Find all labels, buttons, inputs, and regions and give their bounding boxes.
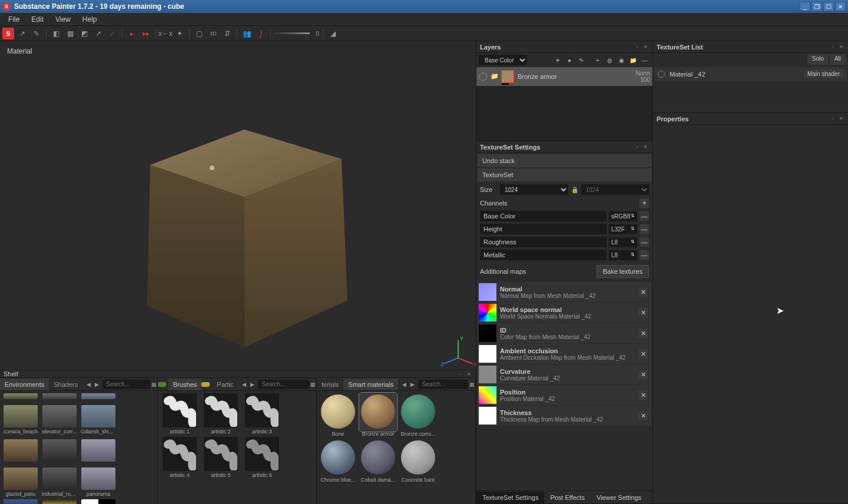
logo-icon[interactable]: S [2, 28, 14, 39]
smart-material-item[interactable]: Concrete bare [399, 439, 437, 483]
folder-icon[interactable]: 📁 [491, 72, 499, 81]
brush-item[interactable]: artistic 3 [243, 393, 281, 435]
environment-item[interactable] [80, 439, 117, 463]
shelf-prev-icon[interactable]: ◀ [240, 380, 247, 389]
solo-button[interactable]: Solo [807, 54, 829, 65]
undo-stack-button[interactable]: Undo stack [478, 154, 651, 167]
lock-icon[interactable]: 🔒 [571, 187, 579, 193]
undock-icon[interactable]: ▫ [829, 115, 836, 122]
remove-map-button[interactable]: ✕ [638, 287, 648, 297]
projection-icon[interactable]: ▦ [64, 28, 76, 39]
smart-material-item[interactable]: Cobalt dama... [359, 439, 397, 483]
shelf-prev-icon[interactable]: ◀ [85, 380, 92, 389]
tab-viewer-settings[interactable]: Viewer Settings [591, 492, 647, 503]
shelf-tab-smartmaterials[interactable]: Smart materials [343, 379, 398, 390]
environment-item[interactable]: industrial_room [41, 467, 78, 497]
tab-textureset-settings[interactable]: TextureSet Settings [476, 492, 544, 503]
restore-button[interactable]: ❐ [811, 2, 822, 11]
menu-view[interactable]: View [49, 14, 77, 25]
environment-item[interactable] [41, 393, 78, 400]
undock-icon[interactable]: ▫ [829, 44, 836, 51]
smart-material-item[interactable]: Bronze armor [359, 393, 397, 437]
channel-format-dropdown[interactable]: L8 ⇅ [609, 237, 637, 247]
map-row[interactable]: ID Color Map from Mesh Material _42 ✕ [478, 323, 651, 343]
smudge-icon[interactable]: ↗ [92, 28, 104, 39]
close-button[interactable]: ✕ [835, 2, 846, 11]
view2d-icon[interactable]: ▢ [193, 28, 205, 39]
menu-file[interactable]: File [2, 14, 25, 25]
shelf-search-mat[interactable] [418, 380, 468, 389]
map-row[interactable]: Position Position Material _42 ✕ [478, 385, 651, 405]
remove-map-button[interactable]: ✕ [638, 411, 648, 420]
shelf-next-icon[interactable]: ▶ [249, 380, 256, 389]
brush-icon[interactable]: ✎ [31, 28, 42, 39]
brush-item[interactable]: artistic 2 [201, 393, 240, 435]
smart-material-item[interactable]: Bone [319, 393, 357, 437]
close-icon[interactable]: ✕ [642, 44, 649, 51]
map-row[interactable]: Curvature Curvature Material _42 ✕ [478, 364, 651, 384]
maximize-button[interactable]: ☐ [823, 2, 834, 11]
shelf-tab-brushes[interactable]: Brushes [168, 379, 201, 390]
close-icon[interactable]: ✕ [837, 44, 844, 51]
textureset-button[interactable]: TextureSet [478, 168, 651, 181]
viewport-3d[interactable]: Material [0, 41, 476, 370]
environment-item[interactable] [41, 439, 78, 463]
add-layer-icon[interactable]: + [592, 55, 603, 65]
remove-channel-button[interactable]: — [640, 224, 649, 234]
minimize-button[interactable]: _ [800, 2, 810, 11]
map-row[interactable]: Ambient occlusion Ambient Occlusion Map … [478, 344, 651, 364]
brush-item[interactable]: artistic 6 [243, 437, 281, 478]
channel-format-dropdown[interactable]: L8 ⇅ [609, 250, 637, 260]
environment-item[interactable] [2, 499, 39, 504]
shelf-close-icon[interactable]: ✕ [465, 370, 472, 377]
channel-name[interactable]: Height [480, 224, 607, 234]
size-select-w[interactable]: 1024 [500, 184, 568, 195]
add-folder-icon[interactable]: 📁 [628, 55, 638, 65]
environment-item[interactable] [2, 439, 39, 463]
shelf-prev-icon[interactable]: ◀ [400, 380, 408, 389]
slider[interactable] [274, 32, 310, 34]
brush-item[interactable]: artistic 1 [160, 393, 199, 435]
brushalpha-icon[interactable]: ◢ [327, 28, 339, 39]
environment-item[interactable]: elevator_corr... [41, 405, 78, 435]
channel-name[interactable]: Metallic [480, 250, 607, 260]
remove-channel-button[interactable]: — [640, 237, 649, 247]
smart-material-item[interactable]: Chrome blue... [319, 439, 357, 483]
layers-channel-dropdown[interactable]: Base Color [479, 55, 527, 65]
remove-map-button[interactable]: ✕ [638, 329, 648, 338]
all-button[interactable]: All [830, 54, 846, 65]
grid-icon[interactable]: ▦ [150, 380, 157, 389]
viewlink-icon[interactable]: ⇵ [221, 28, 233, 39]
shader-dropdown[interactable]: Main shader [804, 69, 843, 78]
polyfill-icon[interactable]: ◩ [78, 28, 90, 39]
undock-icon[interactable]: ▫ [634, 144, 641, 151]
environment-item[interactable]: glazed_patio [2, 467, 39, 497]
delete-layer-icon[interactable]: — [640, 55, 650, 65]
radio-icon[interactable] [658, 71, 665, 78]
add-fill-icon[interactable]: ◍ [604, 55, 615, 65]
brushmask-icon[interactable]: ✎ [576, 55, 587, 65]
add-smart-icon[interactable]: ◉ [616, 55, 627, 65]
grid-icon[interactable]: ▦ [309, 380, 316, 389]
shelf-next-icon[interactable]: ▶ [93, 380, 100, 389]
visibility-icon[interactable] [479, 72, 487, 81]
remove-map-button[interactable]: ✕ [638, 308, 648, 317]
particle2-icon[interactable]: ▸▸ [140, 28, 152, 39]
shelf-tab-shaders[interactable]: Shaders [49, 379, 82, 390]
environment-item[interactable] [80, 393, 117, 400]
view3d-icon[interactable]: 3D [207, 28, 219, 39]
symmetry-center-icon[interactable]: ✦ [174, 28, 186, 39]
render-icon[interactable]: ) [255, 28, 267, 39]
menu-help[interactable]: Help [77, 14, 103, 25]
map-row[interactable]: Normal Normal Map from Mesh Material _42… [478, 282, 651, 302]
channel-format-dropdown[interactable]: sRGB8 ⇅ [609, 211, 637, 221]
bake-textures-button[interactable]: Bake textures [597, 265, 649, 278]
shelf-tab-environments[interactable]: Environments [0, 379, 49, 390]
environment-item[interactable] [41, 499, 78, 504]
shelf-next-icon[interactable]: ▶ [409, 380, 416, 389]
environment-item[interactable] [2, 393, 39, 400]
channel-name[interactable]: Roughness [480, 237, 607, 247]
channel-name[interactable]: Base Color [480, 211, 607, 221]
environment-item[interactable]: corsica_beach [2, 405, 39, 435]
particle-icon[interactable]: ▸ [126, 28, 138, 39]
